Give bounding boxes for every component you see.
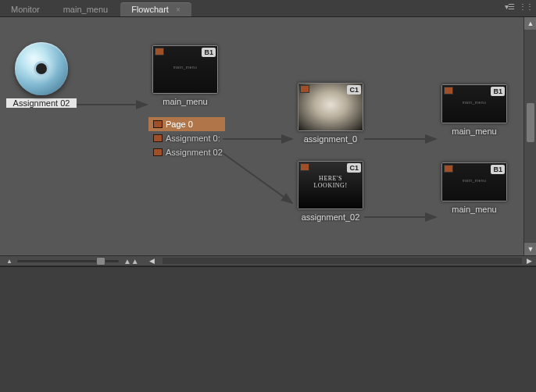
sublist-item-1[interactable]: Assignment 0: (148, 131, 225, 145)
node-return-main-menu-2[interactable]: B1 main_menu main_menu (439, 162, 509, 214)
thumb-text-line2: LOOKING! (313, 182, 347, 189)
panel-menu-icon[interactable]: ▾☰ (505, 2, 514, 11)
main-menu-sublist: Page 0 Assignment 0: Assignment 02 (148, 117, 225, 159)
connection-arrows (0, 17, 523, 255)
node-thumbnail: C1 HERE'S LOOKING! (298, 161, 363, 209)
flowchart-canvas-wrap: Assignment 02 B1 main_menu main_menu Pag… (0, 17, 536, 255)
close-icon[interactable]: × (176, 5, 180, 14)
node-label: main_menu (439, 127, 509, 136)
node-assignment-1[interactable]: C1 assignment_0 (295, 83, 366, 144)
zoom-slider[interactable]: ▲ ▲▲ (0, 257, 139, 265)
hscroll-left-arrow[interactable]: ◀ (145, 257, 159, 265)
node-badge: C1 (347, 85, 361, 94)
sublist-item-label: Assignment 0: (166, 134, 220, 143)
drag-handle-icon[interactable]: ⋮⋮ (519, 2, 533, 11)
tab-monitor[interactable]: Monitor (0, 2, 51, 16)
horizontal-scrollbar[interactable] (163, 258, 522, 264)
disc-icon (15, 42, 68, 95)
scroll-down-arrow[interactable]: ▼ (524, 243, 536, 255)
node-thumbnail: C1 (298, 83, 363, 131)
node-disc-root[interactable]: Assignment 02 (6, 42, 77, 108)
tab-label: Monitor (11, 5, 40, 14)
flowchart-canvas[interactable]: Assignment 02 B1 main_menu main_menu Pag… (0, 17, 523, 255)
node-badge: B1 (491, 87, 505, 96)
sublist-item-2[interactable]: Assignment 02 (148, 145, 225, 159)
vertical-scrollbar[interactable]: ▲ ▼ (523, 17, 536, 255)
timeline-icon (300, 163, 309, 171)
node-label: main_menu (439, 205, 509, 214)
scrollbar-thumb[interactable] (527, 103, 534, 142)
node-assignment-2[interactable]: C1 HERE'S LOOKING! assignment_02 (295, 161, 366, 222)
zoom-thumb[interactable] (96, 257, 105, 265)
node-thumbnail: B1 main_menu (152, 45, 218, 94)
tab-main-menu[interactable]: main_menu (52, 2, 119, 16)
scroll-up-arrow[interactable]: ▲ (524, 17, 536, 30)
node-label: main_menu (150, 97, 220, 106)
hscroll-right-arrow[interactable]: ▶ (522, 257, 536, 265)
node-label: Assignment 02 (6, 98, 77, 108)
menu-icon (444, 165, 453, 173)
tab-bar: Monitor main_menu Flowchart × ▾☰ ⋮⋮ (0, 0, 536, 17)
svg-line-2 (223, 153, 292, 203)
tab-flowchart[interactable]: Flowchart × (120, 2, 191, 16)
timeline-icon (300, 85, 309, 93)
zoom-in-icon[interactable]: ▲▲ (123, 257, 139, 265)
node-badge: B1 (491, 165, 505, 174)
zoom-out-icon[interactable]: ▲ (6, 258, 13, 265)
tab-label: Flowchart (131, 5, 169, 14)
canvas-footer-bar: ▲ ▲▲ ◀ ▶ (0, 255, 536, 266)
node-main-menu[interactable]: B1 main_menu main_menu (150, 45, 220, 106)
node-return-main-menu-1[interactable]: B1 main_menu main_menu (439, 84, 509, 136)
sublist-item-label: Assignment 02 (166, 148, 223, 157)
lower-panel (0, 266, 536, 392)
zoom-track[interactable] (17, 260, 119, 262)
node-thumbnail: B1 main_menu (441, 162, 507, 201)
sublist-item-label: Page 0 (166, 119, 193, 129)
menu-icon (444, 87, 453, 94)
node-badge: B1 (202, 48, 216, 57)
menu-icon (155, 48, 164, 55)
node-thumbnail: B1 main_menu (441, 84, 507, 123)
node-badge: C1 (347, 163, 361, 173)
node-label: assignment_0 (295, 134, 366, 144)
sublist-item-page0[interactable]: Page 0 (148, 117, 225, 131)
node-label: assignment_02 (295, 212, 366, 222)
thumb-text-line1: HERE'S (319, 175, 342, 182)
tab-label: main_menu (63, 5, 108, 14)
